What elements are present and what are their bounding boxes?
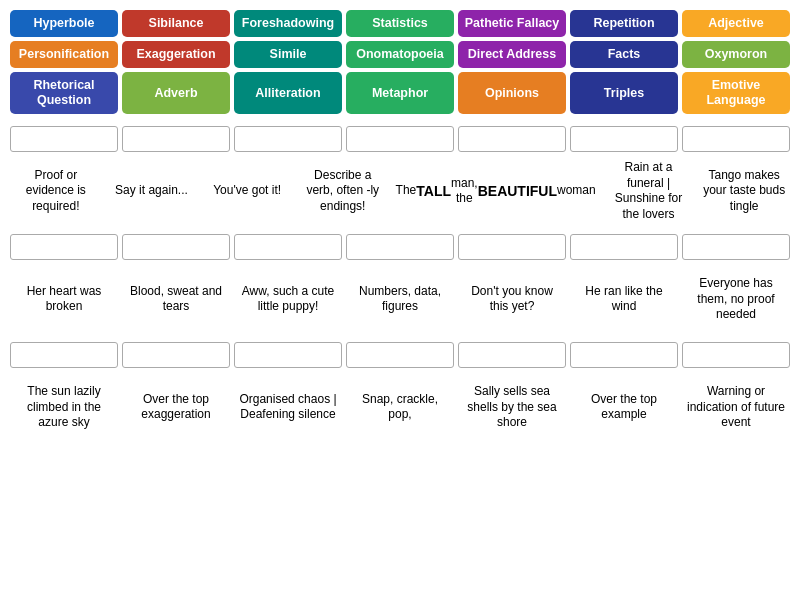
- term-direct-address[interactable]: Direct Address: [458, 41, 566, 68]
- answer-input-1-1[interactable]: [10, 126, 118, 152]
- answer-input-3-5[interactable]: [458, 342, 566, 368]
- clue-1-2: Say it again...: [106, 156, 198, 226]
- answer-input-3-6[interactable]: [570, 342, 678, 368]
- answer-input-2-5[interactable]: [458, 234, 566, 260]
- clue-3-1: The sun lazily climbed in the azure sky: [10, 372, 118, 442]
- answer-input-2-7[interactable]: [682, 234, 790, 260]
- clue-1-5: The TALL man, the BEAUTIFUL woman: [393, 156, 599, 226]
- term-repetition[interactable]: Repetition: [570, 10, 678, 37]
- term-metaphor[interactable]: Metaphor: [346, 72, 454, 114]
- term-oxymoron[interactable]: Oxymoron: [682, 41, 790, 68]
- answer-input-3-2[interactable]: [122, 342, 230, 368]
- term-adjective[interactable]: Adjective: [682, 10, 790, 37]
- answer-input-3-3[interactable]: [234, 342, 342, 368]
- clue-2-7: Everyone has them, no proof needed: [682, 264, 790, 334]
- term-rhetorical-question[interactable]: Rhetorical Question: [10, 72, 118, 114]
- answer-input-2-4[interactable]: [346, 234, 454, 260]
- card-section-1: Proof or evidence is required! Say it ag…: [10, 126, 790, 226]
- answer-input-2-6[interactable]: [570, 234, 678, 260]
- clue-2-3: Aww, such a cute little puppy!: [234, 264, 342, 334]
- term-emotive-language[interactable]: Emotive Language: [682, 72, 790, 114]
- term-exaggeration[interactable]: Exaggeration: [122, 41, 230, 68]
- clue-3-7: Warning or indication of future event: [682, 372, 790, 442]
- term-triples[interactable]: Triples: [570, 72, 678, 114]
- answer-input-3-1[interactable]: [10, 342, 118, 368]
- term-pathetic-fallacy[interactable]: Pathetic Fallacy: [458, 10, 566, 37]
- answer-input-1-3[interactable]: [234, 126, 342, 152]
- term-foreshadowing[interactable]: Foreshadowing: [234, 10, 342, 37]
- answer-input-1-7[interactable]: [682, 126, 790, 152]
- clue-2-4: Numbers, data, figures: [346, 264, 454, 334]
- term-opinions[interactable]: Opinions: [458, 72, 566, 114]
- answer-input-2-3[interactable]: [234, 234, 342, 260]
- term-onomatopoeia[interactable]: Onomatopoeia: [346, 41, 454, 68]
- term-hyperbole[interactable]: Hyperbole: [10, 10, 118, 37]
- clue-2-5: Don't you know this yet?: [458, 264, 566, 334]
- clue-1-6: Rain at a funeral | Sunshine for the lov…: [603, 156, 695, 226]
- clue-3-6: Over the top example: [570, 372, 678, 442]
- clue-3-3: Organised chaos | Deafening silence: [234, 372, 342, 442]
- clue-1-7: Tango makes your taste buds tingle: [698, 156, 790, 226]
- clue-row-2: Her heart was broken Blood, sweat and te…: [10, 264, 790, 334]
- clue-1-3: You've got it!: [201, 156, 293, 226]
- term-facts[interactable]: Facts: [570, 41, 678, 68]
- answer-input-1-4[interactable]: [346, 126, 454, 152]
- term-alliteration[interactable]: Alliteration: [234, 72, 342, 114]
- input-row-3: [10, 342, 790, 368]
- input-row-2: [10, 234, 790, 260]
- clue-row-3: The sun lazily climbed in the azure sky …: [10, 372, 790, 442]
- card-section-2: Her heart was broken Blood, sweat and te…: [10, 234, 790, 334]
- term-adverb[interactable]: Adverb: [122, 72, 230, 114]
- clue-2-2: Blood, sweat and tears: [122, 264, 230, 334]
- clue-1-4: Describe a verb, often -ly endings!: [297, 156, 389, 226]
- answer-input-3-4[interactable]: [346, 342, 454, 368]
- clue-2-1: Her heart was broken: [10, 264, 118, 334]
- answer-input-2-2[interactable]: [122, 234, 230, 260]
- clue-3-2: Over the top exaggeration: [122, 372, 230, 442]
- terms-grid: Hyperbole Sibilance Foreshadowing Statis…: [10, 10, 790, 114]
- term-simile[interactable]: Simile: [234, 41, 342, 68]
- answer-input-3-7[interactable]: [682, 342, 790, 368]
- answer-input-2-1[interactable]: [10, 234, 118, 260]
- card-section-3: The sun lazily climbed in the azure sky …: [10, 342, 790, 442]
- clue-2-6: He ran like the wind: [570, 264, 678, 334]
- clue-3-4: Snap, crackle, pop,: [346, 372, 454, 442]
- clue-3-5: Sally sells sea shells by the sea shore: [458, 372, 566, 442]
- term-statistics[interactable]: Statistics: [346, 10, 454, 37]
- answer-input-1-5[interactable]: [458, 126, 566, 152]
- input-row-1: [10, 126, 790, 152]
- clue-1-1: Proof or evidence is required!: [10, 156, 102, 226]
- answer-input-1-6[interactable]: [570, 126, 678, 152]
- term-sibilance[interactable]: Sibilance: [122, 10, 230, 37]
- term-personification[interactable]: Personification: [10, 41, 118, 68]
- clue-row-1: Proof or evidence is required! Say it ag…: [10, 156, 790, 226]
- answer-input-1-2[interactable]: [122, 126, 230, 152]
